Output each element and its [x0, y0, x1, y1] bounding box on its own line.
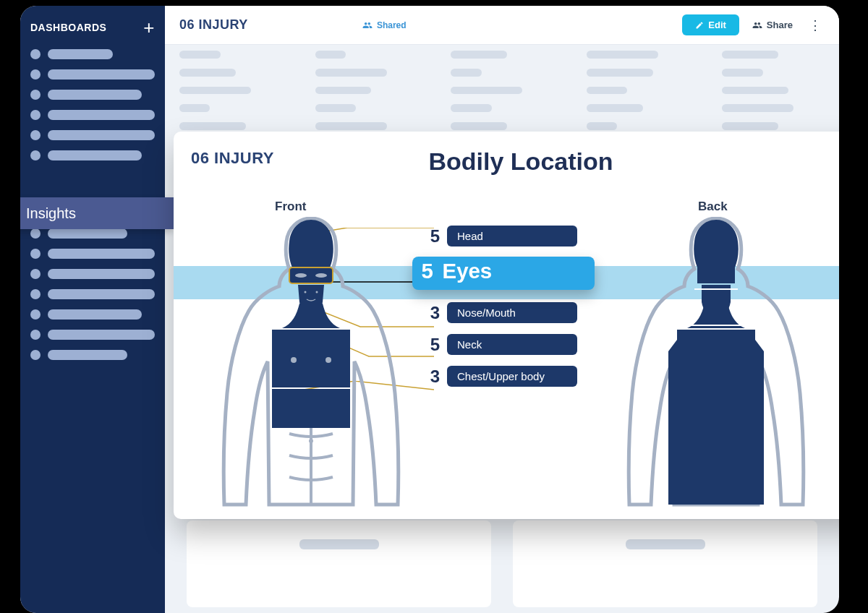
legend: 5 Head 5 Eyes 3 Nose/Mouth 5 Neck 3 Ches… — [420, 226, 590, 398]
sidebar-item[interactable] — [30, 350, 155, 360]
sidebar-item[interactable] — [30, 289, 155, 299]
sidebar-item[interactable] — [30, 330, 155, 340]
svg-point-7 — [326, 357, 331, 363]
legend-item-neck[interactable]: 5 Neck — [420, 334, 590, 355]
people-icon — [362, 20, 373, 30]
shared-badge: Shared — [362, 20, 407, 30]
sidebar-item[interactable] — [30, 90, 155, 100]
sidebar-item[interactable] — [30, 249, 155, 259]
front-view-label: Front — [275, 200, 306, 214]
legend-count: 5 — [422, 260, 433, 284]
placeholder-card — [513, 520, 817, 607]
sidebar-item[interactable] — [30, 309, 155, 320]
legend-item-eyes[interactable]: 5 Eyes — [412, 257, 595, 290]
legend-label: Nose/Mouth — [447, 302, 577, 323]
body-back[interactable] — [622, 217, 810, 522]
share-label: Share — [767, 20, 793, 30]
sidebar-item[interactable] — [30, 49, 155, 59]
sidebar: DASHBOARDS + — [20, 6, 165, 613]
legend-count: 5 — [420, 226, 440, 247]
legend-label: Head — [447, 226, 577, 247]
body-front[interactable] — [217, 217, 405, 522]
svg-point-9 — [309, 439, 313, 443]
svg-point-2 — [315, 273, 327, 278]
legend-label: Chest/Upper body — [447, 366, 577, 387]
sidebar-item[interactable] — [30, 69, 155, 80]
sidebar-item[interactable] — [30, 228, 155, 239]
legend-pill-highlight: 5 Eyes — [412, 257, 595, 290]
insights-label: Insights — [26, 205, 76, 222]
sidebar-item[interactable] — [30, 150, 155, 160]
insights-tab[interactable]: Insights — [20, 197, 174, 229]
legend-label: Eyes — [443, 260, 493, 284]
sidebar-item[interactable] — [30, 130, 155, 140]
legend-count: 5 — [420, 335, 440, 355]
back-view-label: Back — [698, 200, 728, 214]
shared-label: Shared — [377, 20, 407, 30]
skeleton-placeholder — [179, 51, 825, 130]
body-location-card: 06 INJURY Bodily Location Front Back — [174, 132, 839, 519]
bottom-cards — [187, 520, 817, 607]
placeholder-card — [187, 520, 491, 607]
more-menu-icon[interactable]: ⋮ — [806, 17, 825, 33]
add-dashboard-icon[interactable]: + — [143, 20, 155, 35]
svg-rect-12 — [677, 330, 755, 505]
legend-item-nosemouth[interactable]: 3 Nose/Mouth — [420, 302, 590, 323]
sidebar-title: DASHBOARDS — [30, 22, 106, 33]
edit-label: Edit — [708, 20, 726, 30]
svg-rect-5 — [272, 330, 350, 387]
legend-count: 3 — [420, 303, 440, 323]
svg-point-6 — [291, 357, 297, 363]
svg-point-1 — [295, 273, 307, 278]
sidebar-item[interactable] — [30, 110, 155, 120]
legend-item-chest[interactable]: 3 Chest/Upper body — [420, 366, 590, 387]
sidebar-item[interactable] — [30, 269, 155, 279]
legend-item-head[interactable]: 5 Head — [420, 226, 590, 247]
card-title: Bodily Location — [174, 147, 839, 176]
page-title: 06 INJURY — [179, 17, 248, 33]
legend-count: 3 — [420, 366, 440, 387]
topbar: 06 INJURY Shared Edit Share ⋮ — [165, 6, 839, 45]
share-button[interactable]: Share — [752, 20, 793, 30]
sidebar-header: DASHBOARDS + — [30, 20, 155, 35]
svg-point-4 — [316, 291, 318, 293]
edit-button[interactable]: Edit — [682, 14, 739, 35]
people-icon — [752, 20, 762, 30]
svg-rect-8 — [272, 389, 350, 428]
pencil-icon — [695, 21, 704, 30]
svg-point-3 — [305, 291, 307, 293]
legend-label: Neck — [447, 334, 577, 355]
app-window: DASHBOARDS + Insights 06 INJURY Shared E… — [20, 6, 839, 613]
